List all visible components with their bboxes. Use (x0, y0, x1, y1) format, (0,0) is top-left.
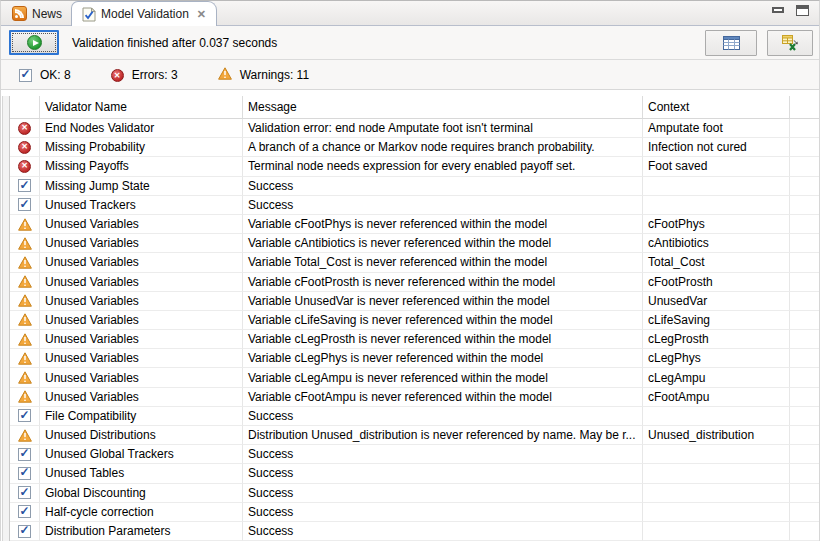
table-icon (723, 36, 740, 50)
table-row[interactable]: Unused VariablesVariable cFootAmpu is ne… (10, 388, 819, 407)
run-validation-button[interactable] (9, 30, 59, 55)
header-filler (790, 96, 819, 119)
table-row[interactable]: Distribution ParametersSuccess (10, 522, 819, 541)
warning-icon (18, 275, 32, 288)
table-row[interactable]: Unused VariablesVariable cAntibiotics is… (10, 234, 819, 253)
error-icon (18, 160, 31, 173)
row-context (643, 177, 790, 196)
row-message: Variable cLegAmpu is never referenced wi… (243, 368, 643, 387)
view-window-controls (772, 5, 819, 16)
row-message: Distribution Unused_distribution is neve… (243, 426, 643, 445)
row-context (643, 445, 790, 464)
header-message[interactable]: Message (243, 96, 643, 119)
row-status-cell (10, 503, 40, 522)
summary-bar: OK: 8 Errors: 3 Warnings: 11 (1, 60, 819, 90)
row-context (643, 484, 790, 503)
row-filler (790, 273, 819, 292)
row-validator-name: Unused Variables (40, 368, 243, 387)
table-row[interactable]: End Nodes ValidatorValidation error: end… (10, 119, 819, 138)
ok-count[interactable]: OK: 8 (19, 67, 71, 82)
row-context: Unused_distribution (643, 426, 790, 445)
row-filler (790, 157, 819, 176)
row-status-cell (10, 349, 40, 368)
warning-icon (18, 218, 32, 231)
tab-news[interactable]: News (3, 2, 71, 25)
tab-model-validation[interactable]: Model Validation ✕ (71, 1, 217, 26)
table-row[interactable]: Unused VariablesVariable cLegPhys is nev… (10, 349, 819, 368)
row-message: Success (243, 522, 643, 541)
table-row[interactable]: Unused Global TrackersSuccess (10, 445, 819, 464)
table-row[interactable]: Unused VariablesVariable cFootProsth is … (10, 273, 819, 292)
export-excel-button[interactable] (767, 30, 813, 56)
row-filler (790, 215, 819, 234)
table-row[interactable]: Unused DistributionsDistribution Unused_… (10, 426, 819, 445)
row-validator-name: Missing Probability (40, 138, 243, 157)
model-validation-view: News Model Validation ✕ Validation finis… (0, 0, 820, 541)
warning-icon (18, 333, 32, 346)
row-status-cell (10, 177, 40, 196)
row-status-cell (10, 407, 40, 426)
header-status-column[interactable] (10, 96, 40, 119)
row-filler (790, 196, 819, 215)
warnings-count[interactable]: Warnings: 11 (218, 67, 309, 83)
row-context: Infection not cured (643, 138, 790, 157)
row-status-cell (10, 138, 40, 157)
row-message: A branch of a chance or Markov node requ… (243, 138, 643, 157)
minimize-icon[interactable] (772, 7, 784, 13)
row-validator-name: Unused Variables (40, 215, 243, 234)
maximize-icon[interactable] (796, 5, 809, 16)
row-context (643, 522, 790, 541)
row-message: Success (243, 407, 643, 426)
warning-icon (18, 237, 32, 250)
warning-icon (218, 67, 232, 80)
row-validator-name: Distribution Parameters (40, 522, 243, 541)
row-filler (790, 445, 819, 464)
row-status-cell (10, 253, 40, 272)
header-validator-name[interactable]: Validator Name (40, 96, 243, 119)
header-context[interactable]: Context (643, 96, 790, 119)
table-body: End Nodes ValidatorValidation error: end… (10, 119, 819, 541)
warning-icon (18, 256, 32, 269)
row-status-cell (10, 464, 40, 483)
row-validator-name: Unused Variables (40, 311, 243, 330)
table-row[interactable]: Unused VariablesVariable cFootPhys is ne… (10, 215, 819, 234)
row-filler (790, 349, 819, 368)
row-message: Success (243, 445, 643, 464)
table-row[interactable]: Unused VariablesVariable Total_Cost is n… (10, 253, 819, 272)
table-row[interactable]: Missing PayoffsTerminal node needs expre… (10, 157, 819, 176)
row-message: Success (243, 503, 643, 522)
table-row[interactable]: Missing Jump StateSuccess (10, 177, 819, 196)
table-row[interactable]: File CompatibilitySuccess (10, 407, 819, 426)
row-filler (790, 368, 819, 387)
warning-icon (18, 371, 32, 384)
error-icon (18, 122, 31, 135)
table-row[interactable]: Half-cycle correctionSuccess (10, 503, 819, 522)
ok-count-label: OK: 8 (40, 68, 71, 82)
row-message: Success (243, 177, 643, 196)
show-table-button[interactable] (705, 30, 757, 56)
table-row[interactable]: Unused VariablesVariable UnusedVar is ne… (10, 292, 819, 311)
table-row[interactable]: Global DiscountingSuccess (10, 484, 819, 503)
row-context (643, 196, 790, 215)
warning-icon (18, 313, 32, 326)
table-row[interactable]: Unused VariablesVariable cLegProsth is n… (10, 330, 819, 349)
row-context (643, 407, 790, 426)
table-row[interactable]: Unused TablesSuccess (10, 464, 819, 483)
close-icon[interactable]: ✕ (197, 9, 206, 20)
row-filler (790, 503, 819, 522)
warning-icon (18, 390, 32, 403)
row-message: Variable cLegProsth is never referenced … (243, 330, 643, 349)
row-status-cell (10, 311, 40, 330)
validation-toolbar: Validation finished after 0.037 seconds (1, 26, 819, 60)
row-validator-name: Unused Variables (40, 273, 243, 292)
errors-count[interactable]: Errors: 3 (111, 67, 178, 83)
table-row[interactable]: Missing ProbabilityA branch of a chance … (10, 138, 819, 157)
row-context (643, 503, 790, 522)
table-row[interactable]: Unused VariablesVariable cLifeSaving is … (10, 311, 819, 330)
table-row[interactable]: Unused VariablesVariable cLegAmpu is nev… (10, 368, 819, 387)
row-filler (790, 138, 819, 157)
table-row[interactable]: Unused TrackersSuccess (10, 196, 819, 215)
row-validator-name: Unused Variables (40, 234, 243, 253)
row-message: Variable cFootProsth is never referenced… (243, 273, 643, 292)
row-filler (790, 253, 819, 272)
